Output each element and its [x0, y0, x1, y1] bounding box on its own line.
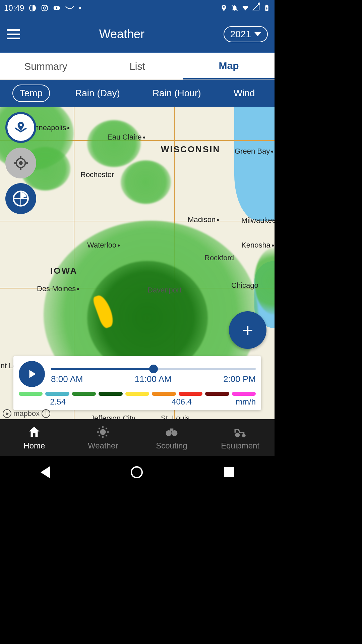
- city-label: Chicago: [231, 281, 258, 290]
- tab-summary[interactable]: Summary: [0, 53, 92, 79]
- nav-weather[interactable]: Weather: [69, 419, 137, 456]
- wifi-icon: [242, 4, 249, 12]
- state-label: IOWA: [50, 266, 77, 276]
- radar-icon: [12, 190, 29, 207]
- legend-swatch: [205, 392, 229, 396]
- metric-selector: Temp Rain (Day) Rain (Hour) Wind: [0, 80, 275, 107]
- svg-rect-32: [170, 429, 174, 432]
- svg-line-27: [106, 435, 107, 436]
- app-header: Weather 2021: [0, 16, 275, 53]
- add-button[interactable]: +: [229, 311, 266, 349]
- svg-point-33: [235, 433, 240, 437]
- status-bar: 10:49 R: [0, 0, 275, 16]
- year-value: 2021: [230, 29, 251, 40]
- bottom-nav: Home Weather Scouting Equipment: [0, 419, 275, 456]
- info-icon: ➤: [3, 409, 11, 418]
- youtube-icon: [53, 4, 60, 12]
- metric-rain-hour[interactable]: Rain (Hour): [145, 85, 208, 102]
- instagram-icon: [41, 4, 48, 12]
- time-label-end: 2:00 PM: [223, 374, 256, 384]
- nav-label: Equipment: [221, 441, 259, 450]
- city-label: Waterloo: [87, 241, 120, 250]
- legend-swatch: [72, 392, 96, 396]
- legend-unit: mm/h: [192, 397, 256, 407]
- svg-line-28: [99, 435, 100, 436]
- city-label: Davenport: [147, 286, 182, 294]
- tab-list[interactable]: List: [92, 53, 183, 79]
- status-time: 10:49: [4, 3, 24, 13]
- nav-scouting[interactable]: Scouting: [137, 419, 206, 456]
- nav-label: Home: [23, 441, 45, 450]
- legend-swatch: [19, 392, 43, 396]
- chevron-down-icon: [254, 32, 261, 36]
- metric-wind[interactable]: Wind: [226, 85, 262, 102]
- metric-rain-day[interactable]: Rain (Day): [68, 85, 127, 102]
- legend-swatch: [99, 392, 122, 396]
- slider-fill: [51, 368, 154, 370]
- system-nav-bar: [0, 456, 275, 488]
- year-dropdown[interactable]: 2021: [224, 26, 268, 42]
- hamburger-menu-button[interactable]: [7, 29, 20, 39]
- legend-swatch: [125, 392, 149, 396]
- svg-point-12: [19, 161, 23, 165]
- map-attribution[interactable]: ➤ mapbox i: [3, 409, 50, 418]
- play-icon: [26, 368, 38, 380]
- tab-map[interactable]: Map: [183, 53, 275, 79]
- legend-high-value: 406.4: [97, 397, 192, 407]
- city-label: Eau Claire: [107, 133, 145, 142]
- map-canvas[interactable]: WISCONSIN IOWA Minneapolis Eau Claire Gr…: [0, 107, 275, 419]
- nav-equipment[interactable]: Equipment: [206, 419, 275, 456]
- svg-point-3: [46, 6, 47, 7]
- svg-line-26: [99, 428, 100, 429]
- system-back-button[interactable]: [41, 466, 50, 478]
- radar-toggle-button[interactable]: [5, 183, 36, 214]
- city-label: Jefferson City: [90, 414, 135, 419]
- slider-thumb[interactable]: [149, 365, 158, 373]
- city-label: Rochester: [80, 170, 114, 179]
- binoculars-icon: [165, 425, 179, 439]
- city-label: Madison: [188, 215, 219, 224]
- sun-icon: [96, 425, 110, 439]
- svg-point-2: [43, 7, 46, 9]
- system-home-button[interactable]: [131, 466, 143, 478]
- city-label: St. Louis: [161, 414, 190, 419]
- timeline-slider[interactable]: [51, 368, 256, 370]
- svg-rect-8: [266, 5, 267, 5]
- water-shape: [234, 107, 275, 221]
- locate-me-button[interactable]: [5, 148, 36, 178]
- page-title: Weather: [20, 27, 224, 41]
- radar-blob: [121, 160, 171, 204]
- field-layers-button[interactable]: [5, 112, 36, 143]
- roaming-indicator: R: [257, 1, 260, 6]
- play-button[interactable]: [19, 361, 45, 387]
- amazon-smile-icon: [65, 6, 74, 10]
- svg-marker-20: [29, 370, 36, 378]
- city-label: Des Moines: [37, 284, 79, 293]
- radar-timeline-panel: 8:00 AM 11:00 AM 2:00 PM 2.54 406.4 mm/h: [13, 356, 261, 410]
- crosshair-icon: [13, 155, 28, 171]
- nav-label: Weather: [88, 441, 118, 450]
- time-label-start: 8:00 AM: [51, 374, 83, 384]
- metric-temp[interactable]: Temp: [12, 85, 50, 102]
- time-label-mid: 11:00 AM: [135, 374, 172, 384]
- battery-charging-icon: [263, 4, 270, 12]
- nav-label: Scouting: [156, 441, 187, 450]
- legend-swatch: [152, 392, 176, 396]
- svg-line-29: [106, 428, 107, 429]
- more-notifications-dot: [79, 7, 81, 9]
- location-icon: [220, 4, 228, 12]
- system-recents-button[interactable]: [224, 467, 234, 477]
- view-tabs: Summary List Map: [0, 53, 275, 80]
- city-label: Kenosha: [241, 241, 274, 250]
- info-circle-icon: i: [42, 409, 50, 418]
- city-label: Rockford: [204, 254, 234, 262]
- nav-home[interactable]: Home: [0, 419, 69, 456]
- radar-blob: [87, 120, 141, 167]
- svg-point-21: [100, 429, 106, 435]
- legend-swatch: [179, 392, 202, 396]
- map-pin-layers-icon: [12, 119, 29, 136]
- attribution-text: mapbox: [13, 409, 40, 418]
- city-label: Milwaukee: [241, 216, 275, 225]
- state-label: WISCONSIN: [161, 144, 220, 155]
- dnd-silent-icon: [231, 4, 238, 12]
